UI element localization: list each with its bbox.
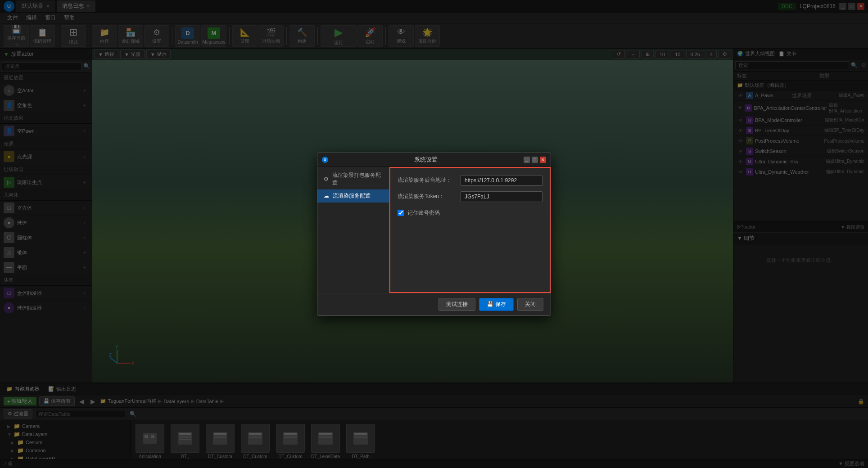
render-service-icon: ☁: [323, 192, 330, 199]
dialog-title: 系统设置: [328, 156, 524, 164]
token-input[interactable]: [461, 191, 542, 202]
remember-password-label: 记住账号密码: [407, 209, 440, 217]
dialog-body: ⚙ 流渲染景打包服务配置 ☁ 流渲染服务配置 流渲染服务后台地址： 流渲染服务T…: [317, 167, 551, 293]
token-field: 流渲染服务Token：: [398, 191, 542, 202]
server-address-input[interactable]: [461, 175, 542, 186]
dialog-content: 流渲染服务后台地址： 流渲染服务Token： 记住账号密码: [389, 167, 551, 293]
dlg-section-pack-service[interactable]: ⚙ 流渲染景打包服务配置: [317, 169, 389, 189]
dialog-footer: 测试连接 💾 保存 关闭: [317, 293, 551, 315]
dialog-maximize-button[interactable]: □: [532, 157, 538, 163]
pack-service-label: 流渲染景打包服务配置: [332, 171, 384, 187]
dialog-close-button[interactable]: ✕: [540, 157, 546, 163]
dialog-controls: _ □ ✕: [524, 157, 546, 163]
system-settings-dialog: U 系统设置 _ □ ✕ ⚙ 流渲染景打包服务配置 ☁ 流渲染服务配置: [317, 153, 551, 316]
server-address-field: 流渲染服务后台地址：: [398, 175, 542, 186]
dialog-sidebar: ⚙ 流渲染景打包服务配置 ☁ 流渲染服务配置: [317, 167, 389, 293]
dialog-footer-close-button[interactable]: 关闭: [517, 298, 543, 311]
dialog-titlebar: U 系统设置 _ □ ✕: [317, 153, 551, 167]
pack-service-icon: ⚙: [323, 176, 330, 183]
token-label: 流渲染服务Token：: [398, 193, 461, 200]
save-disk-icon: 💾: [487, 301, 493, 307]
dialog-ue-icon: U: [322, 157, 328, 163]
dialog-minimize-button[interactable]: _: [524, 157, 530, 163]
render-service-label: 流渲染服务配置: [333, 192, 371, 200]
remember-password-row: 记住账号密码: [398, 207, 542, 219]
remember-password-checkbox[interactable]: [398, 210, 404, 216]
dlg-section-render-service[interactable]: ☁ 流渲染服务配置: [317, 189, 389, 202]
save-button[interactable]: 💾 保存: [479, 298, 514, 311]
test-connection-button[interactable]: 测试连接: [439, 298, 475, 311]
server-address-label: 流渲染服务后台地址：: [398, 176, 461, 184]
dialog-overlay: U 系统设置 _ □ ✕ ⚙ 流渲染景打包服务配置 ☁ 流渲染服务配置: [0, 0, 868, 468]
